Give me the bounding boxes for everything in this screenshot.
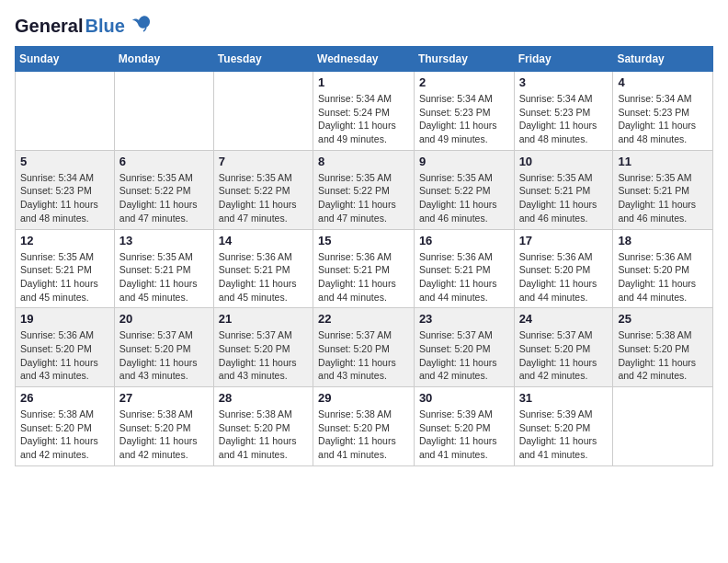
day-info: Sunrise: 5:34 AMSunset: 5:23 PMDaylight:… bbox=[419, 92, 509, 146]
day-number: 12 bbox=[20, 234, 109, 247]
day-info: Sunrise: 5:36 AMSunset: 5:20 PMDaylight:… bbox=[519, 250, 609, 304]
day-number: 8 bbox=[318, 155, 409, 168]
header-sunday: Sunday bbox=[16, 47, 115, 72]
day-info: Sunrise: 5:36 AMSunset: 5:21 PMDaylight:… bbox=[219, 250, 308, 304]
calendar-cell: 4Sunrise: 5:34 AMSunset: 5:23 PMDaylight… bbox=[613, 72, 713, 151]
day-number: 19 bbox=[20, 312, 109, 326]
calendar-cell: 28Sunrise: 5:38 AMSunset: 5:20 PMDayligh… bbox=[213, 387, 313, 466]
day-number: 18 bbox=[618, 234, 708, 247]
week-row-2: 5Sunrise: 5:34 AMSunset: 5:23 PMDaylight… bbox=[16, 150, 713, 229]
day-number: 5 bbox=[20, 155, 109, 168]
day-info: Sunrise: 5:35 AMSunset: 5:21 PMDaylight:… bbox=[119, 250, 209, 304]
week-row-3: 12Sunrise: 5:35 AMSunset: 5:21 PMDayligh… bbox=[16, 229, 713, 308]
day-info: Sunrise: 5:34 AMSunset: 5:24 PMDaylight:… bbox=[318, 92, 409, 146]
calendar-cell bbox=[213, 72, 313, 151]
day-info: Sunrise: 5:38 AMSunset: 5:20 PMDaylight:… bbox=[618, 328, 708, 383]
day-number: 25 bbox=[618, 312, 708, 326]
calendar-cell: 12Sunrise: 5:35 AMSunset: 5:21 PMDayligh… bbox=[16, 229, 115, 308]
day-number: 30 bbox=[419, 391, 509, 405]
day-number: 17 bbox=[519, 234, 609, 247]
calendar-cell: 8Sunrise: 5:35 AMSunset: 5:22 PMDaylight… bbox=[313, 150, 415, 229]
calendar-cell: 25Sunrise: 5:38 AMSunset: 5:20 PMDayligh… bbox=[613, 308, 713, 387]
calendar-cell: 29Sunrise: 5:38 AMSunset: 5:20 PMDayligh… bbox=[313, 387, 415, 466]
calendar-cell: 24Sunrise: 5:37 AMSunset: 5:20 PMDayligh… bbox=[514, 308, 613, 387]
day-info: Sunrise: 5:37 AMSunset: 5:20 PMDaylight:… bbox=[318, 328, 409, 383]
day-number: 21 bbox=[219, 312, 308, 326]
calendar-cell: 10Sunrise: 5:35 AMSunset: 5:21 PMDayligh… bbox=[514, 150, 613, 229]
day-info: Sunrise: 5:36 AMSunset: 5:20 PMDaylight:… bbox=[20, 328, 109, 383]
calendar-cell: 9Sunrise: 5:35 AMSunset: 5:22 PMDaylight… bbox=[414, 150, 514, 229]
calendar-cell: 13Sunrise: 5:35 AMSunset: 5:21 PMDayligh… bbox=[114, 229, 213, 308]
calendar-cell: 22Sunrise: 5:37 AMSunset: 5:20 PMDayligh… bbox=[313, 308, 415, 387]
header-friday: Friday bbox=[514, 47, 613, 72]
day-info: Sunrise: 5:35 AMSunset: 5:22 PMDaylight:… bbox=[419, 171, 509, 225]
day-number: 24 bbox=[519, 312, 609, 326]
calendar-cell: 16Sunrise: 5:36 AMSunset: 5:21 PMDayligh… bbox=[414, 229, 514, 308]
header-saturday: Saturday bbox=[613, 47, 713, 72]
calendar-cell: 20Sunrise: 5:37 AMSunset: 5:20 PMDayligh… bbox=[114, 308, 213, 387]
day-number: 31 bbox=[519, 391, 609, 405]
day-info: Sunrise: 5:35 AMSunset: 5:22 PMDaylight:… bbox=[318, 171, 409, 225]
day-info: Sunrise: 5:35 AMSunset: 5:22 PMDaylight:… bbox=[219, 171, 308, 225]
calendar-cell: 15Sunrise: 5:36 AMSunset: 5:21 PMDayligh… bbox=[313, 229, 415, 308]
day-info: Sunrise: 5:36 AMSunset: 5:21 PMDaylight:… bbox=[419, 250, 509, 304]
day-info: Sunrise: 5:34 AMSunset: 5:23 PMDaylight:… bbox=[20, 171, 109, 225]
page-header: General Blue bbox=[15, 15, 713, 37]
day-info: Sunrise: 5:36 AMSunset: 5:20 PMDaylight:… bbox=[618, 250, 708, 304]
day-info: Sunrise: 5:39 AMSunset: 5:20 PMDaylight:… bbox=[419, 408, 509, 462]
calendar-cell: 18Sunrise: 5:36 AMSunset: 5:20 PMDayligh… bbox=[613, 229, 713, 308]
day-info: Sunrise: 5:38 AMSunset: 5:20 PMDaylight:… bbox=[119, 408, 209, 462]
header-monday: Monday bbox=[114, 47, 213, 72]
day-number: 26 bbox=[20, 391, 109, 405]
calendar-cell: 14Sunrise: 5:36 AMSunset: 5:21 PMDayligh… bbox=[213, 229, 313, 308]
calendar-cell bbox=[114, 72, 213, 151]
calendar-table: SundayMondayTuesdayWednesdayThursdayFrid… bbox=[15, 46, 713, 466]
calendar-cell: 3Sunrise: 5:34 AMSunset: 5:23 PMDaylight… bbox=[514, 72, 613, 151]
calendar-cell: 5Sunrise: 5:34 AMSunset: 5:23 PMDaylight… bbox=[16, 150, 115, 229]
day-info: Sunrise: 5:37 AMSunset: 5:20 PMDaylight:… bbox=[219, 328, 308, 383]
day-number: 23 bbox=[419, 312, 509, 326]
logo: General Blue bbox=[15, 15, 151, 37]
calendar-cell: 21Sunrise: 5:37 AMSunset: 5:20 PMDayligh… bbox=[213, 308, 313, 387]
header-tuesday: Tuesday bbox=[213, 47, 313, 72]
day-info: Sunrise: 5:38 AMSunset: 5:20 PMDaylight:… bbox=[318, 408, 409, 462]
calendar-cell: 27Sunrise: 5:38 AMSunset: 5:20 PMDayligh… bbox=[114, 387, 213, 466]
week-row-1: 1Sunrise: 5:34 AMSunset: 5:24 PMDaylight… bbox=[16, 72, 713, 151]
day-number: 6 bbox=[119, 155, 209, 168]
calendar-cell bbox=[613, 387, 713, 466]
day-info: Sunrise: 5:37 AMSunset: 5:20 PMDaylight:… bbox=[519, 328, 609, 383]
day-number: 14 bbox=[219, 234, 308, 247]
day-number: 11 bbox=[618, 155, 708, 168]
calendar-cell: 23Sunrise: 5:37 AMSunset: 5:20 PMDayligh… bbox=[414, 308, 514, 387]
day-info: Sunrise: 5:34 AMSunset: 5:23 PMDaylight:… bbox=[618, 92, 708, 146]
calendar-cell: 17Sunrise: 5:36 AMSunset: 5:20 PMDayligh… bbox=[514, 229, 613, 308]
day-number: 29 bbox=[318, 391, 409, 405]
day-info: Sunrise: 5:38 AMSunset: 5:20 PMDaylight:… bbox=[219, 408, 308, 462]
day-info: Sunrise: 5:37 AMSunset: 5:20 PMDaylight:… bbox=[119, 328, 209, 383]
day-number: 27 bbox=[119, 391, 209, 405]
day-info: Sunrise: 5:35 AMSunset: 5:21 PMDaylight:… bbox=[20, 250, 109, 304]
day-number: 3 bbox=[519, 75, 609, 89]
calendar-cell: 31Sunrise: 5:39 AMSunset: 5:20 PMDayligh… bbox=[514, 387, 613, 466]
day-number: 20 bbox=[119, 312, 209, 326]
day-number: 1 bbox=[318, 75, 409, 89]
day-info: Sunrise: 5:34 AMSunset: 5:23 PMDaylight:… bbox=[519, 92, 609, 146]
day-number: 28 bbox=[219, 391, 308, 405]
calendar-cell: 19Sunrise: 5:36 AMSunset: 5:20 PMDayligh… bbox=[16, 308, 115, 387]
day-number: 10 bbox=[519, 155, 609, 168]
logo-bird-icon bbox=[131, 15, 151, 37]
logo-general-text: General bbox=[15, 16, 83, 37]
day-number: 22 bbox=[318, 312, 409, 326]
day-info: Sunrise: 5:36 AMSunset: 5:21 PMDaylight:… bbox=[318, 250, 409, 304]
day-info: Sunrise: 5:35 AMSunset: 5:21 PMDaylight:… bbox=[519, 171, 609, 225]
calendar-cell: 6Sunrise: 5:35 AMSunset: 5:22 PMDaylight… bbox=[114, 150, 213, 229]
calendar-cell: 1Sunrise: 5:34 AMSunset: 5:24 PMDaylight… bbox=[313, 72, 415, 151]
day-number: 16 bbox=[419, 234, 509, 247]
week-row-4: 19Sunrise: 5:36 AMSunset: 5:20 PMDayligh… bbox=[16, 308, 713, 387]
day-number: 7 bbox=[219, 155, 308, 168]
calendar-cell: 26Sunrise: 5:38 AMSunset: 5:20 PMDayligh… bbox=[16, 387, 115, 466]
day-number: 4 bbox=[618, 75, 708, 89]
header-wednesday: Wednesday bbox=[313, 47, 415, 72]
day-number: 13 bbox=[119, 234, 209, 247]
day-number: 2 bbox=[419, 75, 509, 89]
